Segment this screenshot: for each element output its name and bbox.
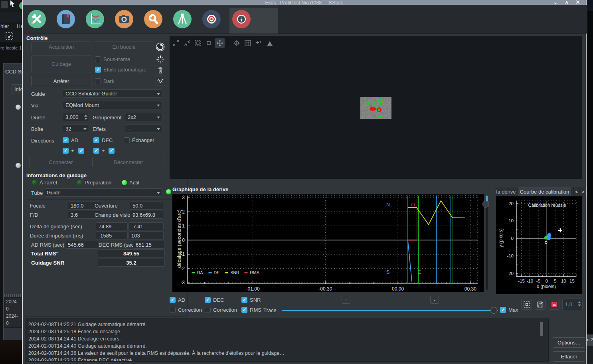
loop-icon[interactable] (156, 42, 165, 51)
arreter-button[interactable]: Arrêter (31, 76, 91, 86)
chevron-down-icon (157, 117, 160, 119)
dark-library-button[interactable] (156, 65, 165, 75)
trace-slider-handle[interactable] (490, 307, 497, 314)
legend-rms-swatch (244, 272, 248, 273)
maximize-button[interactable]: ∧ (563, 0, 571, 5)
zoom-out-icon[interactable] (182, 38, 192, 48)
analyze-graph-icon[interactable]: Y X (85, 9, 105, 29)
close-button[interactable]: ✕ (574, 0, 582, 5)
svg-text:10: 10 (561, 279, 566, 283)
trace-slider-track[interactable] (282, 310, 498, 311)
duree-spinbox[interactable]: 3,000 (63, 113, 89, 121)
ouverture-field[interactable]: 50.0 (130, 202, 163, 210)
guidage-button[interactable]: Guidage (31, 55, 91, 73)
ouverture-label: Ouverture (95, 203, 118, 209)
etoile-automatique-checkbox[interactable] (95, 67, 101, 73)
deconnecter-button[interactable]: Déconnecter (93, 157, 164, 167)
export-graph-button[interactable] (535, 299, 546, 310)
grid-icon[interactable] (243, 38, 253, 48)
ad-plus-checkbox[interactable] (63, 148, 69, 154)
dark-checkbox[interactable] (95, 78, 101, 84)
zoom-in-trace-button[interactable]: + (342, 296, 350, 304)
sous-trame-checkbox[interactable] (95, 56, 101, 62)
groupement-select[interactable]: 2x2 (125, 113, 162, 121)
autoscale-graph-button[interactable] (521, 299, 532, 310)
log-scrollbar[interactable] (540, 322, 543, 336)
dec-plus-checkbox[interactable] (93, 148, 99, 154)
groupement-label: Groupement (93, 115, 121, 121)
background-tab[interactable]: Infor (12, 84, 22, 94)
tab-calibration-curve[interactable]: Courbe de calibration (517, 187, 572, 196)
via-select[interactable]: EQMod Mount (63, 101, 162, 109)
effets-select[interactable]: -- (125, 125, 162, 133)
guide-view[interactable] (170, 36, 582, 179)
plot-dec-checkbox[interactable] (205, 297, 211, 303)
tube-label: Tube (31, 190, 43, 196)
champ-field[interactable]: 93.6x69.8 (130, 211, 163, 219)
svg-text:Y: Y (89, 14, 91, 16)
effacer-button[interactable]: Effacer (553, 351, 585, 362)
dec-direction-checkbox[interactable] (93, 137, 99, 143)
compass-north-label: N (386, 202, 390, 208)
ad-correction-checkbox[interactable] (170, 307, 176, 313)
resize-grip[interactable] (4, 294, 22, 297)
drift-scroll-track[interactable] (486, 196, 488, 290)
en-boucle-button[interactable]: En boucle (94, 42, 154, 52)
boite-select[interactable]: 32 (63, 125, 89, 133)
log-view[interactable]: 2024-02-08T14:25:21 Guidage automatique … (25, 318, 549, 362)
calibration-y-axis-label: y (pixels) (498, 200, 504, 276)
pan-icon[interactable] (215, 38, 225, 48)
zoom-out-trace-button[interactable]: - (430, 296, 439, 304)
options-button[interactable]: Options… (553, 337, 585, 348)
zoom-fit-icon[interactable] (193, 38, 203, 48)
histogram-icon[interactable] (265, 38, 275, 48)
svg-text:15: 15 (569, 279, 575, 283)
guide-select[interactable]: CCD Simulator Guider (63, 89, 162, 98)
toolbar-separator (228, 39, 228, 47)
calibration-plot: 20100-10-20-15-10-5051015Calibration réu… (496, 196, 582, 294)
tab-scroll-left-button[interactable]: < (573, 187, 580, 196)
plot-snr-checkbox[interactable] (241, 297, 247, 303)
scale-spinbox[interactable]: 1,0 (562, 299, 583, 310)
svg-text:-10: -10 (526, 279, 533, 283)
total-rms-field: 849.55 (98, 249, 165, 257)
minimize-button[interactable]: ⌄ (551, 0, 559, 5)
menu-item[interactable]: Hé (17, 23, 22, 29)
echanger-checkbox[interactable] (124, 137, 130, 143)
dec-minus-checkbox[interactable] (109, 148, 115, 154)
tab-scroll-right-button[interactable]: > (580, 187, 586, 196)
tab-drift-graph[interactable]: la dérive (495, 187, 517, 196)
menu-item[interactable]: hier (0, 23, 9, 29)
dec-correction-checkbox[interactable] (205, 307, 211, 313)
ad-minus-checkbox[interactable] (78, 148, 84, 154)
acquisition-button[interactable]: Acquisition (31, 42, 91, 52)
svg-text:X: X (99, 25, 100, 27)
radio-indicator (16, 105, 21, 110)
chevron-down-icon (157, 93, 160, 95)
focus-magnifier-icon[interactable] (143, 9, 163, 29)
tube-select[interactable]: Guide (44, 188, 162, 197)
guide-compass-icon[interactable] (231, 9, 251, 29)
plot-ad-checkbox[interactable] (170, 297, 176, 303)
guide-star-image (360, 97, 391, 119)
background-menubar: hier Hé (0, 22, 22, 30)
crosshair-icon[interactable] (232, 38, 241, 48)
zoom-in-icon[interactable] (171, 38, 181, 48)
drift-scroll-handle[interactable] (482, 201, 489, 208)
titlebar[interactable]: Ekos - Profil test Nico1038 — KStars ⌄ ∧… (23, 0, 586, 5)
setup-tools-icon[interactable] (27, 9, 47, 29)
scheduler-notebook-icon[interactable] (56, 9, 76, 29)
stars-icon[interactable] (254, 38, 263, 48)
actual-size-icon[interactable] (204, 38, 213, 48)
capture-camera-icon[interactable] (114, 9, 134, 29)
svg-text:20: 20 (508, 201, 514, 206)
guide-graph-button[interactable] (156, 76, 165, 85)
align-target-icon[interactable] (202, 9, 221, 29)
ad-direction-checkbox[interactable] (63, 137, 69, 143)
svg-text:0: 0 (511, 236, 514, 241)
clear-graph-button[interactable] (549, 299, 559, 310)
connecter-button[interactable]: Connecter (29, 157, 93, 167)
mount-tripod-icon[interactable] (172, 9, 192, 29)
max-checkbox[interactable] (500, 307, 506, 313)
plot-rms-checkbox[interactable] (241, 307, 247, 313)
